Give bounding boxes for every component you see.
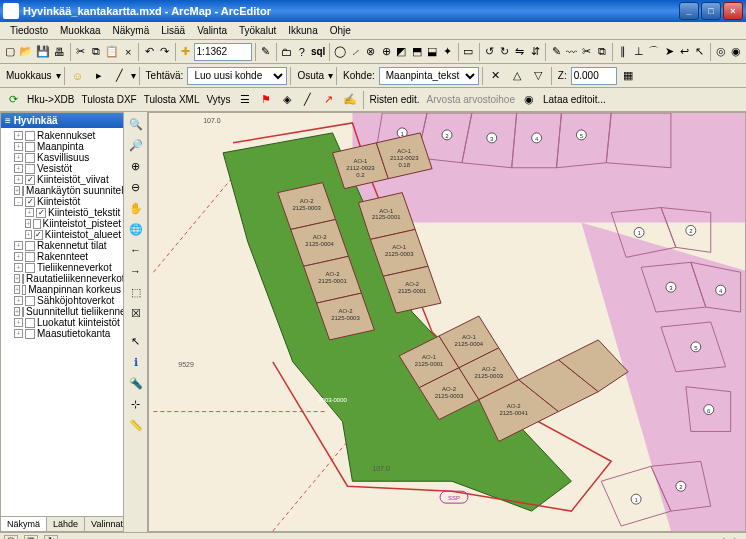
visibility-checkbox[interactable]: [25, 329, 35, 339]
expand-toggle[interactable]: +: [14, 296, 23, 305]
sql-button[interactable]: sql: [310, 42, 326, 62]
find-icon[interactable]: 🔦: [126, 373, 146, 393]
layer-item[interactable]: +Maanpinta: [3, 141, 121, 152]
visibility-checkbox[interactable]: [25, 296, 35, 306]
visibility-checkbox[interactable]: [22, 307, 24, 317]
sketch-up-icon[interactable]: △: [507, 66, 527, 86]
line-tool-icon[interactable]: ╱: [298, 90, 318, 110]
visibility-checkbox[interactable]: ✓: [25, 197, 35, 207]
refresh-view-button[interactable]: ↻: [44, 535, 58, 540]
prev-extent-icon[interactable]: ←: [126, 240, 146, 260]
risten-label[interactable]: Risten edit.: [370, 94, 420, 105]
visibility-checkbox[interactable]: [25, 318, 35, 328]
layers-icon[interactable]: ☰: [235, 90, 255, 110]
flip-h-icon[interactable]: ⇋: [513, 42, 527, 62]
layer-item[interactable]: +Vesistöt: [3, 163, 121, 174]
save-button[interactable]: 💾: [35, 42, 51, 62]
tulosta-xml-button[interactable]: Tulosta XML: [144, 94, 200, 105]
expand-toggle[interactable]: +: [25, 230, 32, 239]
layer-item[interactable]: +Suunnitellut tieliikennever: [3, 306, 121, 317]
layer-label[interactable]: Rakennetut tilat: [37, 240, 107, 251]
pan-icon[interactable]: ✋: [126, 198, 146, 218]
layer-label[interactable]: Sähköjohtoverkot: [37, 295, 114, 306]
parallel-icon[interactable]: ∥: [616, 42, 630, 62]
layer-label[interactable]: Maankäytön suunnitelmat: [26, 185, 123, 196]
rect-select-icon[interactable]: ▭: [461, 42, 475, 62]
layer-label[interactable]: Rakennukset: [37, 130, 95, 141]
layer-item[interactable]: +✓Kiinteistö_tekstit: [3, 207, 121, 218]
expand-toggle[interactable]: +: [14, 175, 23, 184]
expand-toggle[interactable]: +: [14, 307, 20, 316]
visibility-checkbox[interactable]: [25, 142, 35, 152]
maximize-button[interactable]: □: [701, 2, 721, 20]
open-button[interactable]: 📂: [18, 42, 34, 62]
measure-icon[interactable]: ↗: [319, 90, 339, 110]
cut-button[interactable]: ✂: [73, 42, 87, 62]
layer-label[interactable]: Kasvillisuus: [37, 152, 89, 163]
zoom-out-icon[interactable]: 🔎: [126, 135, 146, 155]
layer-label[interactable]: Suunnitellut tieliikennever: [26, 306, 123, 317]
expand-toggle[interactable]: +: [14, 164, 23, 173]
layer-tree[interactable]: +Rakennukset+Maanpinta+Kasvillisuus+Vesi…: [1, 128, 123, 516]
layer-item[interactable]: +Maasutietokanta: [3, 328, 121, 339]
perpendicular-icon[interactable]: ⊥: [631, 42, 645, 62]
visibility-checkbox[interactable]: ✓: [34, 230, 43, 240]
arccatalog-icon[interactable]: 🗀: [279, 42, 293, 62]
domain-icon[interactable]: ◎: [714, 42, 728, 62]
layout-view-button[interactable]: ▦: [24, 535, 38, 540]
select-arrow-icon[interactable]: ↖: [693, 42, 707, 62]
sketch-line-icon[interactable]: ╱: [110, 66, 130, 86]
new-button[interactable]: ▢: [3, 42, 17, 62]
full-extent-icon[interactable]: 🌐: [126, 219, 146, 239]
expand-toggle[interactable]: +: [14, 153, 23, 162]
expand-toggle[interactable]: +: [25, 208, 34, 217]
expand-toggle[interactable]: +: [14, 263, 23, 272]
sketch-arrow-icon[interactable]: ▸: [89, 66, 109, 86]
visibility-checkbox[interactable]: [25, 164, 35, 174]
explode-icon[interactable]: ✦: [440, 42, 454, 62]
visibility-checkbox[interactable]: ✓: [25, 175, 35, 185]
layer-item[interactable]: -✓Kiinteistöt: [3, 196, 121, 207]
layer-item[interactable]: +Rakennukset: [3, 130, 121, 141]
visibility-checkbox[interactable]: [22, 186, 24, 196]
visibility-checkbox[interactable]: [22, 274, 24, 284]
paste-button[interactable]: 📋: [104, 42, 120, 62]
expand-toggle[interactable]: +: [14, 329, 23, 338]
dataframe-name[interactable]: Hyvinkää: [14, 115, 58, 126]
toc-tab-lahde[interactable]: Lähde: [47, 517, 85, 531]
layer-label[interactable]: Rakennteet: [37, 251, 88, 262]
visibility-checkbox[interactable]: [25, 252, 35, 262]
visibility-checkbox[interactable]: [25, 153, 35, 163]
layer-label[interactable]: Kiinteistot_pisteet: [43, 218, 121, 229]
layer-label[interactable]: Vesistöt: [37, 163, 72, 174]
visibility-checkbox[interactable]: [25, 263, 35, 273]
minimize-button[interactable]: _: [679, 2, 699, 20]
pen-icon[interactable]: ✍: [340, 90, 360, 110]
muokkaus-label[interactable]: Muokkaus: [6, 70, 52, 81]
layer-label[interactable]: Tieliikenneverkot: [37, 262, 112, 273]
clear-selection-icon[interactable]: ☒: [126, 303, 146, 323]
scroll-left-icon[interactable]: ◄: [716, 535, 726, 539]
tangent-icon[interactable]: ⌒: [647, 42, 661, 62]
kohde-combo[interactable]: Maanpinta_tekstit: [379, 67, 479, 85]
vytys-button[interactable]: Vytys: [206, 94, 230, 105]
identify-icon[interactable]: ℹ: [126, 352, 146, 372]
layer-label[interactable]: Luokatut kiinteistöt: [37, 317, 120, 328]
arrow-icon[interactable]: ➤: [662, 42, 676, 62]
scroll-right-icon[interactable]: ►: [732, 535, 742, 539]
menu-tyokalut[interactable]: Työkalut: [233, 23, 282, 38]
data-view-button[interactable]: ▢: [4, 535, 18, 540]
split-icon[interactable]: ⬓: [425, 42, 439, 62]
layer-item[interactable]: +Kiinteistot_pisteet: [3, 218, 121, 229]
editor-toolbar-button[interactable]: ✎: [258, 42, 272, 62]
sketch-x-icon[interactable]: ✕: [486, 66, 506, 86]
menu-nakyma[interactable]: Näkymä: [107, 23, 156, 38]
map-view[interactable]: 1 2 3 4 5 1 2 3 4 5 6 1: [148, 112, 746, 532]
fixed-zoom-in-icon[interactable]: ⊕: [126, 156, 146, 176]
layer-item[interactable]: +Maankäytön suunnitelmat: [3, 185, 121, 196]
zoom-in-icon[interactable]: 🔍: [126, 114, 146, 134]
layer-label[interactable]: Kiinteistot_alueet: [45, 229, 121, 240]
layer-label[interactable]: Maanpinta: [37, 141, 84, 152]
layer-item[interactable]: +Tieliikenneverkot: [3, 262, 121, 273]
layer-label[interactable]: Kiinteistöt: [37, 196, 80, 207]
